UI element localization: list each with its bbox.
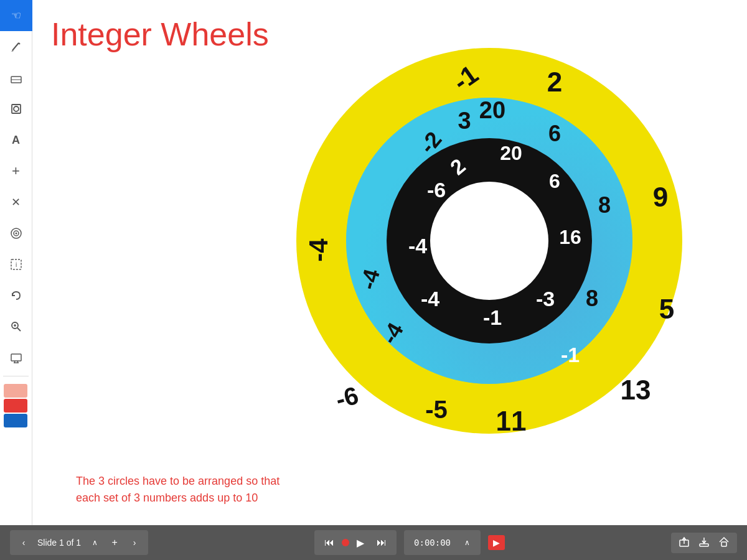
svg-text:6: 6 [549,170,560,192]
bottom-bar: ‹ Slide 1 of 1 ∧ + › ⏮ ▶ ⏭ 0:00:00 ∧ ▶ [0,525,747,560]
screen-tool-button[interactable] [0,342,32,373]
svg-line-0 [12,43,19,50]
svg-text:9: 9 [653,182,668,212]
slide-nav-group: ‹ Slide 1 of 1 ∧ + › [10,530,148,555]
svg-line-1 [19,43,20,44]
svg-point-8 [15,233,17,235]
svg-text:2: 2 [547,67,562,97]
share-button[interactable] [675,535,693,551]
hand-tool-button[interactable]: ☜ [0,0,32,31]
caption-text: The 3 circles have to be arranged so tha… [76,475,280,504]
action-group [671,533,737,553]
svg-text:-4: -4 [421,287,439,310]
slide-info-label: Slide 1 of 1 [35,538,83,548]
rewind-button[interactable]: ⏮ [319,533,339,553]
zoom-tool-button[interactable] [0,311,32,342]
add-tool-button[interactable]: + [0,156,32,187]
svg-point-5 [14,106,19,111]
wheel-container: -1 2 9 13 5 11 -5 -6 -4 20 -2 3 [250,19,728,463]
svg-text:6: 6 [548,121,561,146]
svg-text:5: 5 [659,294,674,324]
eraser-tool-button[interactable] [0,62,32,93]
svg-line-12 [17,328,21,331]
fast-forward-button[interactable]: ⏭ [372,533,392,553]
time-group: 0:00:00 ∧ [404,530,481,555]
svg-text:20: 20 [479,97,505,123]
home-button[interactable] [715,535,733,551]
pen-tool-button[interactable] [0,31,32,62]
blue-color-swatch[interactable] [4,414,27,427]
svg-text:-4: -4 [304,238,333,262]
svg-text:-4: -4 [408,234,427,258]
close-tool-button[interactable]: ✕ [0,187,32,218]
svg-text:3: 3 [458,108,471,134]
info-tool-button[interactable]: i [0,249,32,280]
svg-rect-55 [721,542,726,546]
svg-text:13: 13 [621,375,651,405]
record-indicator [342,539,349,546]
red-color-swatch[interactable] [4,399,27,413]
shape-tool-button[interactable] [0,93,32,124]
svg-text:-1: -1 [561,343,580,366]
red-play-button[interactable]: ▶ [488,535,505,550]
time-display: 0:00:00 [409,538,456,548]
svg-text:-6: -6 [427,178,446,202]
svg-text:-3: -3 [536,287,555,310]
svg-text:-5: -5 [425,396,448,423]
main-area: ☜ A + ✕ i [0,0,747,525]
slide-up-button[interactable]: ∧ [86,533,103,553]
svg-text:20: 20 [500,142,522,164]
left-toolbar: ☜ A + ✕ i [0,0,32,525]
playback-group: ⏮ ▶ ⏭ [314,530,397,555]
svg-text:16: 16 [559,226,581,248]
time-up-button[interactable]: ∧ [458,533,476,553]
svg-text:i: i [15,261,16,268]
toolbar-divider [3,376,29,376]
peach-color-swatch[interactable] [4,384,27,398]
svg-text:-6: -6 [332,381,361,414]
content-area: Integer Wheels [32,0,747,525]
integer-wheels-svg: -1 2 9 13 5 11 -5 -6 -4 20 -2 3 [287,39,692,443]
svg-rect-15 [11,354,21,361]
svg-text:8: 8 [598,192,611,218]
prev-slide-button[interactable]: ‹ [15,533,32,553]
play-button[interactable]: ▶ [352,533,369,553]
svg-point-23 [430,182,548,300]
svg-text:-1: -1 [483,306,502,329]
undo-tool-button[interactable] [0,280,32,311]
svg-text:11: 11 [496,406,527,436]
color-swatches [0,379,32,432]
add-slide-button[interactable]: + [106,533,123,553]
svg-text:8: 8 [586,286,598,311]
download-button[interactable] [695,535,713,551]
svg-rect-53 [700,544,708,546]
next-slide-button[interactable]: › [126,533,143,553]
slide-caption: The 3 circles have to be arranged so tha… [76,473,280,506]
text-tool-button[interactable]: A [0,124,32,156]
target-tool-button[interactable] [0,218,32,249]
